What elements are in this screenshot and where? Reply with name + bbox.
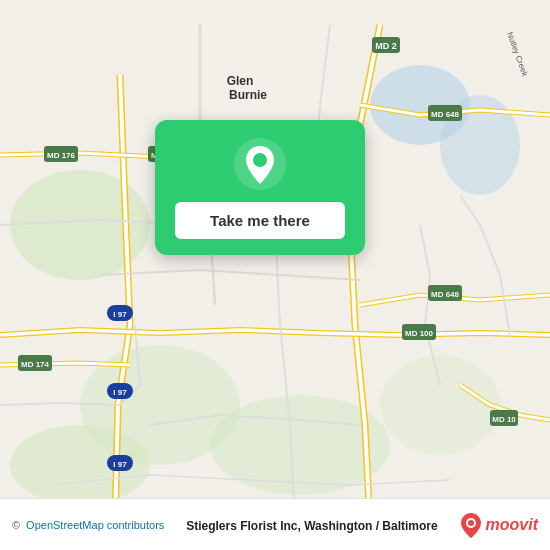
svg-text:MD 2: MD 2 bbox=[375, 41, 397, 51]
svg-text:I 97: I 97 bbox=[113, 460, 127, 469]
svg-text:MD 10: MD 10 bbox=[492, 415, 516, 424]
svg-text:Burnie: Burnie bbox=[229, 88, 267, 102]
svg-point-7 bbox=[380, 355, 500, 455]
svg-text:MD 176: MD 176 bbox=[47, 151, 76, 160]
location-card: Take me there bbox=[155, 120, 365, 255]
osm-attribution[interactable]: OpenStreetMap contributors bbox=[26, 519, 164, 531]
attribution-area: © OpenStreetMap contributors bbox=[12, 519, 164, 531]
map-container: MD 2 I 97 I 97 I 97 MD 176 MD 176 MD 648… bbox=[0, 0, 550, 550]
svg-text:MD 648: MD 648 bbox=[431, 110, 460, 119]
svg-text:MD 648: MD 648 bbox=[431, 290, 460, 299]
bottom-bar: © OpenStreetMap contributors Stieglers F… bbox=[0, 498, 550, 550]
svg-text:MD 174: MD 174 bbox=[21, 360, 50, 369]
location-pin-icon bbox=[234, 138, 286, 190]
take-me-there-button[interactable]: Take me there bbox=[175, 202, 345, 239]
moovit-logo: moovit bbox=[460, 512, 538, 538]
location-name-text: Stieglers Florist Inc, Washington / Balt… bbox=[186, 519, 438, 533]
location-info: Stieglers Florist Inc, Washington / Balt… bbox=[164, 516, 459, 534]
svg-text:I 97: I 97 bbox=[113, 388, 127, 397]
svg-text:Glen: Glen bbox=[227, 74, 254, 88]
moovit-pin-icon bbox=[460, 512, 482, 538]
map-roads: MD 2 I 97 I 97 I 97 MD 176 MD 176 MD 648… bbox=[0, 0, 550, 550]
moovit-brand-text: moovit bbox=[486, 516, 538, 534]
copyright-symbol: © bbox=[12, 519, 20, 531]
svg-point-34 bbox=[253, 153, 267, 167]
svg-text:MD 100: MD 100 bbox=[405, 329, 434, 338]
svg-point-36 bbox=[468, 520, 474, 526]
svg-text:I 97: I 97 bbox=[113, 310, 127, 319]
